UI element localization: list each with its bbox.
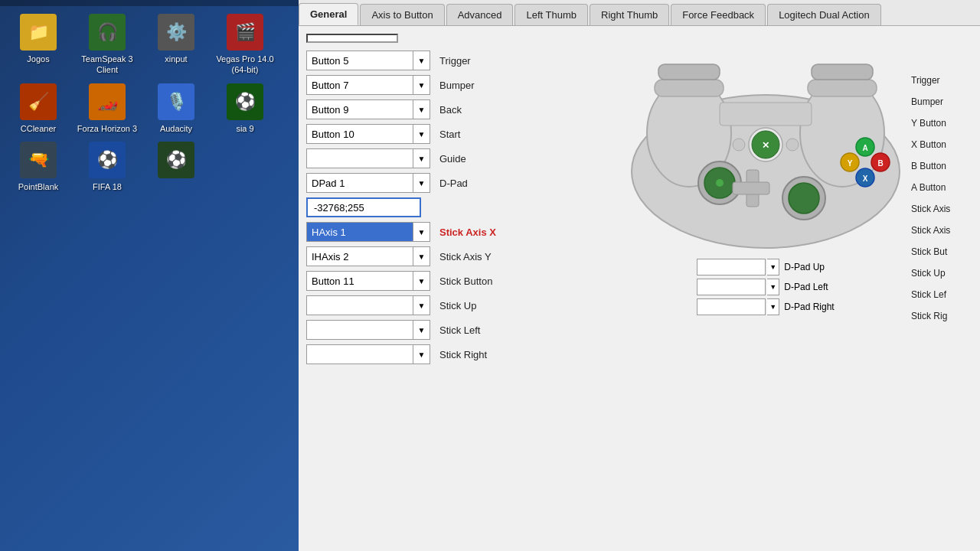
- icon-img-forza: 🏎️: [89, 83, 126, 120]
- svg-text:A: A: [862, 144, 867, 152]
- app-panel: GeneralAxis to ButtonAdvancedLeft ThumbR…: [299, 0, 980, 551]
- select-group-stick-right: ▼: [306, 344, 430, 364]
- id-input[interactable]: [306, 34, 398, 43]
- right-label-8: Stick But: [911, 243, 980, 260]
- config-panel: Button 5 ▼ Trigger Button 7 ▼ Bumper But…: [299, 26, 628, 551]
- mapping-row-bumper: Button 7 ▼ Bumper: [306, 75, 620, 95]
- dropdown-arrow-stick-up[interactable]: ▼: [413, 295, 430, 315]
- dpad-up-row: ▼ D-Pad Up: [697, 259, 834, 276]
- desktop-icon-jogos[interactable]: 📁 Jogos: [8, 14, 69, 76]
- tab-right-thumb[interactable]: Right Thumb: [590, 4, 669, 25]
- select-box-stick-axis-y[interactable]: IHAxis 2: [306, 246, 413, 266]
- desktop-icon-ccleaner[interactable]: 🧹 CCleaner: [8, 83, 69, 134]
- mapping-label-dpad: D-Pad: [439, 178, 516, 189]
- select-box-guide[interactable]: [306, 148, 413, 168]
- dropdown-arrow-stick-left[interactable]: ▼: [413, 320, 430, 340]
- tab-logitech[interactable]: Logitech Dual Action: [767, 4, 881, 25]
- dpad-left-select[interactable]: [697, 279, 766, 295]
- mapping-label-stick-up: Stick Up: [439, 300, 516, 311]
- tab-axis-to-button[interactable]: Axis to Button: [360, 4, 444, 25]
- right-labels-column: TriggerBumperY ButtonX ButtonB ButtonA B…: [911, 34, 980, 324]
- dropdown-arrow-stick-axis-y[interactable]: ▼: [413, 246, 430, 266]
- dpad-up-arrow[interactable]: ▼: [767, 259, 779, 276]
- bottom-left-col: ▼ D-Pad Up ▼ D-Pad Left ▼ D-Pad Right: [697, 259, 834, 315]
- select-box-stick-button[interactable]: Button 11: [306, 271, 413, 291]
- mapping-label-start: Start: [439, 129, 516, 140]
- desktop-icon-teamspeak[interactable]: 🎧 TeamSpeak 3 Client: [77, 14, 138, 76]
- svg-text:Y: Y: [848, 159, 853, 168]
- tab-advanced[interactable]: Advanced: [446, 4, 514, 25]
- dropdown-arrow-stick-button[interactable]: ▼: [413, 271, 430, 291]
- tab-force-feedback[interactable]: Force Feedback: [671, 4, 766, 25]
- select-group-stick-up: ▼: [306, 295, 430, 315]
- select-box-stick-up[interactable]: [306, 295, 413, 315]
- mapping-row-stick-axis-y: IHAxis 2 ▼ Stick Axis Y: [306, 246, 620, 266]
- mapping-row-trigger: Button 5 ▼ Trigger: [306, 51, 620, 70]
- desktop-icon-vegas[interactable]: 🎬 Vegas Pro 14.0 (64-bit): [214, 14, 276, 76]
- dropdown-arrow-stick-axis-x[interactable]: ▼: [413, 222, 430, 242]
- desktop: 📁 Jogos 🎧 TeamSpeak 3 Client ⚙️ xinput 🎬…: [0, 0, 299, 551]
- icon-label-jogos: Jogos: [27, 54, 49, 64]
- icon-img-vegas: 🎬: [227, 14, 263, 51]
- svg-text:✕: ✕: [762, 140, 769, 151]
- controller-image: ✕ Y X: [628, 34, 911, 256]
- desktop-icon-xinput[interactable]: ⚙️ xinput: [145, 14, 207, 76]
- dropdown-arrow-trigger[interactable]: ▼: [413, 51, 430, 70]
- mapping-row-stick-up: ▼ Stick Up: [306, 295, 620, 315]
- select-group-stick-left: ▼: [306, 320, 430, 340]
- dropdown-arrow-back[interactable]: ▼: [413, 99, 430, 119]
- select-box-bumper[interactable]: Button 7: [306, 75, 413, 95]
- svg-point-27: [716, 179, 724, 187]
- right-label-2: Y Button: [911, 115, 980, 132]
- mapping-row-stick-axis-x: HAxis 1 ▼ Stick Axis X: [306, 222, 620, 242]
- icon-label-teamspeak: TeamSpeak 3 Client: [77, 54, 138, 76]
- mapping-row-stick-right: ▼ Stick Right: [306, 344, 620, 364]
- config-header: [306, 34, 620, 43]
- svg-rect-4: [808, 80, 877, 96]
- select-box-stick-axis-x[interactable]: HAxis 1: [306, 222, 413, 242]
- mapping-label-stick-left: Stick Left: [439, 324, 516, 336]
- dpad-right-arrow[interactable]: ▼: [767, 298, 779, 315]
- icon-label-pes: sia 9: [236, 123, 253, 134]
- dpad-left-arrow[interactable]: ▼: [767, 279, 779, 295]
- mapping-row-back: Button 9 ▼ Back: [306, 99, 620, 119]
- mapping-row-dpad: DPad 1 ▼ D-Pad: [306, 173, 620, 193]
- desktop-title: [0, 0, 299, 6]
- dpad-up-select[interactable]: [697, 259, 766, 276]
- desktop-icons: 📁 Jogos 🎧 TeamSpeak 3 Client ⚙️ xinput 🎬…: [0, 6, 299, 200]
- select-group-dpad: DPad 1 ▼: [306, 173, 430, 193]
- select-group-stick-button: Button 11 ▼: [306, 271, 430, 291]
- desktop-icon-pes2[interactable]: ⚽: [145, 142, 207, 192]
- select-box-stick-right[interactable]: [306, 344, 413, 364]
- tab-left-thumb[interactable]: Left Thumb: [514, 4, 588, 25]
- svg-rect-18: [733, 182, 769, 194]
- dropdown-arrow-start[interactable]: ▼: [413, 124, 430, 144]
- right-label-0: Trigger: [911, 72, 980, 89]
- tab-general[interactable]: General: [299, 3, 358, 25]
- desktop-icon-fifa[interactable]: ⚽ FIFA 18: [77, 142, 138, 192]
- select-box-dpad[interactable]: DPad 1: [306, 173, 413, 193]
- icon-img-pes2: ⚽: [158, 142, 194, 178]
- select-box-stick-left[interactable]: [306, 320, 413, 340]
- mapping-label-bumper: Bumper: [439, 80, 516, 91]
- desktop-icon-pes[interactable]: ⚽ sia 9: [214, 83, 276, 134]
- select-box-trigger[interactable]: Button 5: [306, 51, 413, 70]
- coord-input[interactable]: [306, 197, 421, 217]
- dropdown-arrow-dpad[interactable]: ▼: [413, 173, 430, 193]
- dropdown-arrow-guide[interactable]: ▼: [413, 148, 430, 168]
- svg-text:B: B: [877, 159, 883, 168]
- svg-text:X: X: [863, 174, 868, 183]
- dropdown-arrow-bumper[interactable]: ▼: [413, 75, 430, 95]
- icon-img-pes: ⚽: [227, 83, 263, 120]
- dpad-right-select[interactable]: [697, 298, 766, 315]
- select-box-back[interactable]: Button 9: [306, 99, 413, 119]
- select-box-start[interactable]: Button 10: [306, 124, 413, 144]
- desktop-icon-audacity[interactable]: 🎙️ Audacity: [145, 83, 207, 134]
- mapping-row-coord: [306, 197, 620, 217]
- icon-img-audacity: 🎙️: [158, 83, 194, 120]
- right-label-3: X Button: [911, 136, 980, 153]
- right-label-4: B Button: [911, 158, 980, 174]
- dropdown-arrow-stick-right[interactable]: ▼: [413, 344, 430, 364]
- desktop-icon-pointblank[interactable]: 🔫 PointBlank: [8, 142, 69, 192]
- desktop-icon-forza[interactable]: 🏎️ Forza Horizon 3: [77, 83, 138, 134]
